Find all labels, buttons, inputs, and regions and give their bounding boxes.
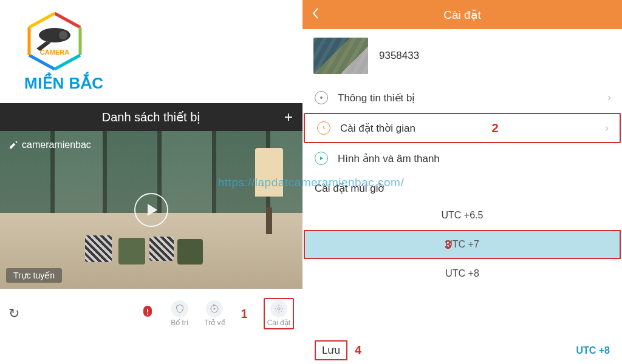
right-screen: Cài đặt 9358433 Thông tin thiết bị › Cài…: [302, 0, 622, 364]
edit-icon: [9, 140, 18, 150]
shield-icon: [171, 300, 188, 317]
gear-icon: [270, 300, 287, 317]
playback-button[interactable]: Trở về: [204, 300, 225, 327]
brand-logo-area: CAMERA MIỀN BẮC: [0, 0, 302, 103]
annotation-2: 2: [492, 121, 499, 135]
chevron-right-icon: ›: [607, 92, 611, 104]
left-screen: CAMERA MIỀN BẮC Danh sách thiết bị + cam…: [0, 0, 302, 364]
arrange-button[interactable]: Bố trí: [171, 300, 188, 327]
device-row[interactable]: 9358433: [302, 29, 622, 83]
device-thumbnail: [313, 38, 368, 74]
svg-text:CAMERA: CAMERA: [40, 49, 69, 56]
settings-button-highlight: Cài đặt: [264, 298, 294, 329]
online-status: Trực tuyến: [6, 268, 62, 283]
svg-marker-6: [214, 308, 216, 310]
device-list-title: Danh sách thiết bị: [102, 110, 201, 124]
tz-option[interactable]: UTC +8: [302, 259, 622, 288]
annotation-1: 1: [241, 307, 248, 321]
menu-device-info[interactable]: Thông tin thiết bị ›: [302, 83, 622, 113]
bottom-bar: Lưu 4 UTC +8: [302, 340, 622, 360]
current-timezone: UTC +8: [576, 345, 610, 356]
camera-small-icon: [315, 91, 328, 104]
add-device-button[interactable]: +: [284, 109, 293, 126]
tz-option-selected[interactable]: 3 UTC +7: [304, 230, 621, 259]
menu-time-settings[interactable]: Cài đặt thời gian 2 ›: [304, 113, 621, 143]
settings-button[interactable]: Cài đặt: [267, 300, 290, 327]
chevron-left-icon: [311, 7, 320, 19]
menu-media[interactable]: Hình ảnh và âm thanh: [302, 143, 622, 174]
camera-name-label[interactable]: cameramienbac: [9, 140, 91, 150]
brand-name: MIỀN BẮC: [24, 74, 284, 93]
back-button[interactable]: [311, 7, 320, 22]
chevron-right-icon: ›: [605, 122, 609, 134]
hex-camera-logo: CAMERA: [24, 11, 85, 72]
clock-icon: [317, 121, 330, 135]
svg-point-1: [59, 31, 67, 39]
device-list-header: Danh sách thiết bị +: [0, 103, 302, 131]
play-button[interactable]: [134, 193, 168, 227]
svg-rect-3: [147, 309, 148, 312]
tz-option[interactable]: UTC +6.5: [302, 201, 622, 230]
svg-rect-4: [147, 314, 148, 315]
alert-icon[interactable]: [140, 305, 155, 323]
svg-marker-9: [320, 157, 323, 160]
camera-preview[interactable]: cameramienbac Trực tuyến: [0, 131, 302, 289]
timezone-section-title: Cài đặt múi giờ: [302, 174, 622, 201]
timezone-picker[interactable]: UTC +6.5 3 UTC +7 UTC +8: [302, 201, 622, 288]
annotation-4: 4: [355, 343, 361, 357]
svg-point-8: [320, 96, 323, 99]
device-id: 9358433: [379, 50, 419, 62]
rewind-icon: [206, 300, 223, 317]
camera-toolbar: ↻ Bố trí Trở về 1: [0, 289, 302, 339]
annotation-3: 3: [445, 238, 451, 252]
settings-title: Cài đặt: [443, 8, 481, 22]
save-button[interactable]: Lưu: [315, 340, 347, 360]
svg-point-7: [278, 308, 280, 310]
play-small-icon: [315, 152, 328, 165]
refresh-button[interactable]: ↻: [9, 306, 19, 322]
settings-header: Cài đặt: [302, 0, 622, 29]
